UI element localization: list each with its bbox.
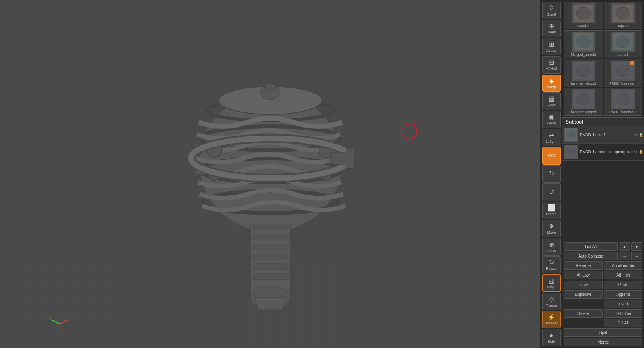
svg-rect-25 [203,98,338,218]
del-other-button[interactable]: Del Other [604,309,642,318]
model-display [151,35,390,314]
insert-button[interactable]: Insert [604,300,642,308]
move-down-button[interactable]: ▼ [631,242,642,251]
xyz-button[interactable]: XYZ [542,147,561,165]
auto-collapse-row: Auto Collapse → ⇒ [564,252,642,260]
subtool-buttons: List All ▲ ▼ Auto Collapse → ⇒ Rename Au… [562,241,644,348]
svg-point-54 [566,148,576,156]
subtool-eye-icon2[interactable]: 👁 [634,150,638,154]
merge-button[interactable]: Merge [564,338,642,346]
svg-point-44 [576,65,591,77]
frame-button[interactable]: ⬜ Frame [542,202,561,219]
move-up-button[interactable]: ▲ [619,242,630,251]
thumbnail-rope3[interactable]: rope 3 [604,2,643,29]
move-button[interactable]: ✥ Move [542,220,561,238]
auto-reorder-button[interactable]: AutoReorder [604,261,642,270]
svg-text:y: y [49,317,51,320]
persp-button[interactable]: ◈ Persp [542,75,561,92]
svg-text:x: x [69,317,70,320]
del-all-button[interactable]: Del All [604,319,642,327]
lsym-button[interactable]: ⇌ L.Sym [542,129,561,146]
zoom-button[interactable]: ⊕ Zoom [542,20,561,37]
svg-rect-19 [253,264,288,270]
subtool-panel: wood 3 rope 3 Merged_barrel2 barrel1 [562,0,644,348]
subtool-item-pm3d-barrel1[interactable]: PM3D_barrel1 👁 🔒 ○ ▽ [562,126,644,144]
rotate-ccw-button[interactable]: ↺ [542,183,561,201]
svg-line-29 [60,320,68,324]
svg-text:z: z [58,333,60,336]
svg-point-50 [616,93,630,105]
svg-point-48 [576,93,591,105]
thumbnail-pm3d-hammer-r2[interactable]: PM3D_hammer r [604,88,643,116]
merge-row: Merge [564,338,642,346]
rotate-button[interactable]: ↻ Rotate [542,256,561,274]
solo-button[interactable]: ● Solo [542,329,561,346]
all-low-button[interactable]: All Low [564,271,603,279]
auto-collapse-extra-button[interactable]: ⇒ [631,252,642,260]
svg-rect-16 [253,234,288,240]
aahalf-button[interactable]: ⊟ AAHalf [542,56,561,74]
polyf-button[interactable]: ▦ PolyF [542,274,561,292]
cursor-circle [401,124,417,140]
svg-point-40 [576,36,591,48]
rename-row: Rename AutoReorder [564,261,642,270]
svg-point-46 [616,65,630,77]
auto-collapse-button[interactable]: Auto Collapse [564,252,618,260]
svg-line-31 [52,320,60,324]
scroll-button[interactable]: ⇕ Scroll [542,2,561,19]
subtool-eye-icon[interactable]: 👁 [634,133,638,137]
append-button[interactable]: Append [604,290,642,299]
rotate-cw-button[interactable]: ↻ [542,165,561,183]
subtool-scroll-section: PM3D_barrel1 👁 🔒 ○ ▽ PM3D_hammer retopol… [562,126,644,161]
insert-row: Insert [564,300,642,308]
rename-button[interactable]: Rename [564,261,603,270]
svg-point-36 [576,7,591,19]
subtool-items-list: PM3D_barrel1 👁 🔒 ○ ▽ PM3D_hammer retopol… [562,126,644,161]
local-button[interactable]: ◉ Local [542,111,561,128]
thumbnail-pm3d-hammer2[interactable]: 2 PM3D_hammer r [604,59,643,87]
subtool-lock-icon[interactable]: 🔒 [639,133,643,137]
paste-button[interactable]: Paste [604,281,642,289]
thumbnails-section: wood 3 rope 3 Merged_barrel2 barrel1 [562,0,644,117]
subtool-spacer [562,161,644,241]
subtool-header: Subtool [562,117,644,126]
copy-row: Copy Paste [564,281,642,289]
subtool-lock-icon2[interactable]: 🔒 [639,150,643,154]
svg-marker-22 [254,298,286,310]
svg-rect-17 [253,244,288,250]
transp-button[interactable]: ◇ Transp [542,293,561,310]
delete-button[interactable]: Delete [564,309,603,318]
thumbnail-wood3[interactable]: wood 3 [564,2,603,29]
duplicate-button[interactable]: Duplicate [564,290,603,299]
split-row: Split [564,328,642,337]
thumbnail-merged-barrel2[interactable]: Merged_barrel2 [564,30,603,58]
thumbnail-hammer-retopol2[interactable]: hammer retopol [564,88,603,116]
svg-point-7 [264,83,276,91]
svg-rect-18 [253,254,288,260]
viewport[interactable]: x y z [0,0,540,348]
thumbnail-barrel1[interactable]: barrel1 [604,30,643,58]
list-all-button[interactable]: List All [564,242,618,251]
svg-point-52 [566,131,576,139]
svg-point-42 [616,36,630,48]
svg-rect-20 [253,274,288,280]
dynamic-button[interactable]: ⚡ Dynamic [542,311,561,328]
auto-collapse-action-button[interactable]: → [619,252,630,260]
zoom3d-button[interactable]: ⊕ Zoom3D [542,238,561,256]
duplicate-row: Duplicate Append [564,290,642,299]
del-all-row: Del All [564,319,642,327]
svg-point-38 [616,7,630,19]
alllow-row: All Low All High [564,271,642,279]
floor-button[interactable]: ▦ Floor [542,92,561,110]
svg-rect-24 [346,148,354,168]
subtool-item-pm3d-hammer[interactable]: PM3D_hammer retopologized 👁 🔒 ○ ▷ [562,144,644,161]
axis-indicator: x y z [48,312,72,336]
delete-row: Delete Del Other [564,309,642,318]
thumbnail-hammer-retopol[interactable]: hammer retopol [564,59,603,87]
actual-button[interactable]: ⊞ Actual [542,38,561,55]
split-button[interactable]: Split [564,328,642,337]
right-toolbar: ⇕ Scroll ⊕ Zoom ⊞ Actual ⊟ AAHalf ◈ Pers… [540,0,562,348]
copy-button[interactable]: Copy [564,281,603,289]
all-high-button[interactable]: All High [604,271,642,279]
list-all-row: List All ▲ ▼ [564,242,642,251]
